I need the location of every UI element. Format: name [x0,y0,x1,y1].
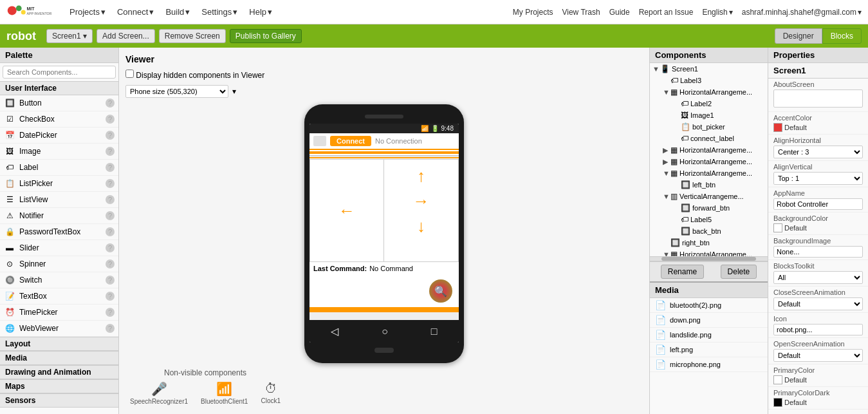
remove-screen-button[interactable]: Remove Screen [159,29,226,43]
listview-info[interactable]: ? [106,195,115,204]
prop-alignhorizontal-select[interactable]: Center : 3 [773,146,863,158]
timepicker-info[interactable]: ? [106,308,115,317]
nav-build[interactable]: Build ▾ [165,7,190,17]
add-screen-button[interactable]: Add Screen... [97,29,155,43]
tree-item-horiz4[interactable]: ▼ ▦ HorizontalArrangeme... [650,167,768,179]
palette-item-datepicker[interactable]: 📅 DatePicker ? [0,127,118,144]
prop-primarycolordark-swatch[interactable] [773,398,782,407]
palette-item-textbox[interactable]: 📝 TextBox ? [0,288,118,305]
datepicker-info[interactable]: ? [106,131,115,140]
prop-backgroundimage-input[interactable] [773,246,863,258]
palette-section-drawing[interactable]: Drawing and Animation [0,365,118,379]
left-arrow-button[interactable]: ← [338,201,355,221]
button-info[interactable]: ? [106,99,115,108]
blocks-mode-button[interactable]: Blocks [822,28,862,44]
rename-button[interactable]: Rename [661,265,704,279]
guide-link[interactable]: Guide [609,8,630,17]
image-info[interactable]: ? [106,147,115,156]
view-trash-link[interactable]: View Trash [562,8,600,17]
palette-section-media[interactable]: Media [0,351,118,365]
report-issue-link[interactable]: Report an Issue [639,8,694,17]
tree-item-label3[interactable]: 🏷 Label3 [650,75,768,86]
user-account[interactable]: ashraf.minhaj.shahef@gmail.com ▾ [742,8,862,17]
tree-item-label5[interactable]: 🏷 Label5 [650,214,768,225]
prop-openscreenanimation-select[interactable]: Default [773,349,863,362]
slider-info[interactable]: ? [106,243,115,252]
palette-item-switch[interactable]: 🔘 Switch ? [0,272,118,288]
palette-item-checkbox[interactable]: ☑ CheckBox ? [0,111,118,127]
label-info[interactable]: ? [106,163,115,172]
prop-alignvertical-select[interactable]: Top : 1 [773,172,863,185]
prop-closescreenanimation-select[interactable]: Default [773,297,863,310]
passwordtextbox-info[interactable]: ? [106,227,115,236]
home-nav-icon[interactable]: ○ [382,326,388,337]
palette-item-spinner[interactable]: ⊙ Spinner ? [0,256,118,272]
palette-section-sensors[interactable]: Sensors [0,393,118,408]
prop-accentcolor-swatch[interactable] [773,123,782,132]
switch-info[interactable]: ? [106,276,115,285]
back-nav-icon[interactable]: ◁ [331,325,338,337]
prop-icon-input[interactable] [773,324,863,335]
tree-item-botpicker[interactable]: 📋 bot_picker [650,121,768,133]
nav-settings[interactable]: Settings ▾ [201,7,237,17]
prop-appname-input[interactable] [773,198,863,210]
tree-item-rightbtn[interactable]: 🔲 right_btn [650,237,768,249]
listpicker-info[interactable]: ? [106,179,115,188]
connect-button[interactable]: Connect [330,136,371,146]
delete-button[interactable]: Delete [721,265,757,279]
palette-section-maps[interactable]: Maps [0,379,118,393]
palette-item-notifier[interactable]: ⚠ Notifier ? [0,208,118,224]
palette-item-label[interactable]: 🏷 Label ? [0,160,118,176]
tree-item-screen1[interactable]: ▼ 📱 Screen1 [650,63,768,75]
media-item-left[interactable]: 📄 left.png [650,343,768,357]
nav-help[interactable]: Help ▾ [249,7,272,17]
tree-item-connectlabel[interactable]: 🏷 connect_label [650,133,768,144]
tree-item-backbtn[interactable]: 🔲 back_btn [650,225,768,237]
my-projects-link[interactable]: My Projects [513,8,553,17]
prop-blockstoolkit-select[interactable]: All [773,271,863,284]
palette-item-passwordtextbox[interactable]: 🔒 PasswordTextBox ? [0,224,118,240]
media-item-down[interactable]: 📄 down.png [650,313,768,328]
palette-item-webviewer[interactable]: 🌐 WebViewer ? [0,321,118,337]
spinner-info[interactable]: ? [106,259,115,268]
tree-item-image1[interactable]: 🖼 Image1 [650,109,768,121]
tree-item-horiz1[interactable]: ▼ ▦ HorizontalArrangeme... [650,86,768,98]
palette-section-ui[interactable]: User Interface [0,81,118,95]
tree-item-leftbtn[interactable]: 🔲 left_btn [650,179,768,191]
palette-item-timepicker[interactable]: ⏰ TimePicker ? [0,305,118,321]
designer-mode-button[interactable]: Designer [775,28,822,44]
tree-scrollbar[interactable] [650,256,768,261]
prop-aboutscreen-input[interactable] [773,89,863,108]
right-arrow-button[interactable]: → [413,191,430,211]
search-input[interactable] [3,66,116,79]
checkbox-info[interactable]: ? [106,115,115,124]
webviewer-info[interactable]: ? [106,324,115,333]
palette-item-button[interactable]: 🔲 Button ? [0,95,118,111]
palette-item-slider[interactable]: ▬ Slider ? [0,240,118,256]
screen1-button[interactable]: Screen1 ▾ [46,29,93,43]
palette-item-listpicker[interactable]: 📋 ListPicker ? [0,176,118,192]
nav-projects[interactable]: Projects ▾ [69,7,106,17]
prop-backgroundcolor-swatch[interactable] [773,223,782,232]
language-selector[interactable]: English ▾ [702,8,732,17]
palette-section-layout[interactable]: Layout [0,337,118,351]
media-item-landslide[interactable]: 📄 landslide.png [650,328,768,343]
media-item-bluetooth[interactable]: 📄 bluetooth(2).png [650,298,768,313]
nav-connect[interactable]: Connect ▾ [117,7,154,17]
palette-item-listview[interactable]: ☰ ListView ? [0,192,118,208]
down-arrow-button[interactable]: ↓ [417,216,425,236]
textbox-info[interactable]: ? [106,292,115,301]
phone-size-select[interactable]: Phone size (505,320) [125,85,228,98]
recent-nav-icon[interactable]: □ [431,326,438,337]
tree-item-vert1[interactable]: ▼ ▥ VerticalArrangeme... [650,191,768,202]
up-arrow-button[interactable]: ↑ [417,166,425,186]
tree-item-horiz3[interactable]: ▶ ▦ HorizontalArrangeme... [650,156,768,167]
notifier-info[interactable]: ? [106,211,115,220]
publish-gallery-button[interactable]: Publish to Gallery [230,29,302,43]
tree-item-horiz5[interactable]: ▼ ▦ HorizontalArrangeme... [650,249,768,256]
tree-item-horiz2[interactable]: ▶ ▦ HorizontalArrangeme... [650,144,768,156]
palette-item-image[interactable]: 🖼 Image ? [0,144,118,160]
prop-primarycolor-swatch[interactable] [773,375,782,384]
tree-item-forwardbtn[interactable]: 🔲 forward_btn [650,202,768,214]
tree-item-label2[interactable]: 🏷 Label2 [650,98,768,109]
